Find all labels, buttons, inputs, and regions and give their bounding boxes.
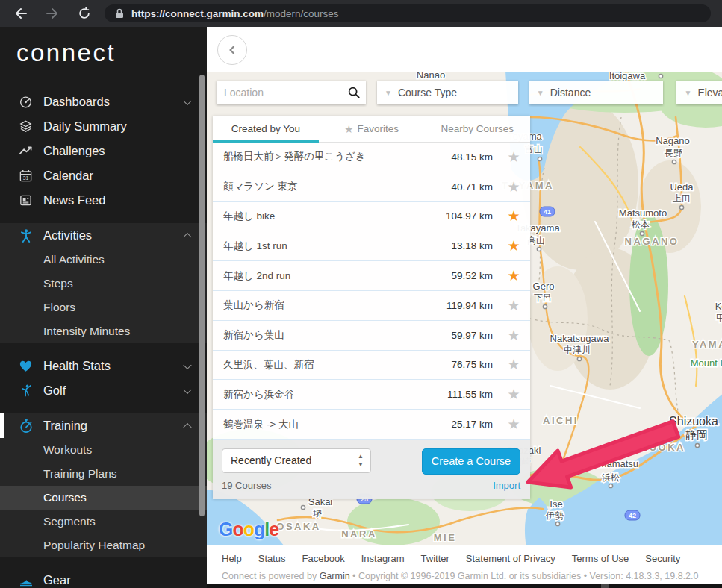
sidebar-item-segments[interactable]: Segments (0, 510, 207, 534)
footer-link-statement-of-privacy[interactable]: Statement of Privacy (466, 553, 555, 564)
chevron-up-icon (183, 422, 191, 431)
city-dot (659, 74, 662, 78)
favorite-star-icon[interactable]: ★ (505, 297, 523, 314)
route-badge-number: 42 (629, 512, 636, 519)
sidebar-item-news-feed[interactable]: News Feed (0, 188, 207, 213)
tab-created-by-you[interactable]: Created by You (213, 116, 319, 142)
google-logo-letter: o (232, 519, 243, 539)
elevation-dropdown[interactable]: ▼ Elevation (676, 81, 722, 104)
tab-label: Created by You (231, 123, 300, 134)
browser-reload-icon[interactable] (72, 4, 97, 22)
sort-select[interactable]: Recently Created ▲▼ (222, 448, 371, 473)
tab-nearby-courses[interactable]: Nearby Courses (424, 116, 530, 142)
map-label: 堺 (313, 508, 322, 519)
footer-link-instagram[interactable]: Instagram (361, 553, 405, 564)
footer-link-security[interactable]: Security (645, 553, 680, 564)
location-input[interactable] (217, 81, 366, 104)
map-label: Matsumoto (619, 207, 667, 219)
sidebar-item-gear[interactable]: Gear (0, 568, 207, 588)
sidebar-item-training[interactable]: Training (0, 413, 207, 438)
browser-forward-icon[interactable] (40, 4, 66, 22)
course-row[interactable]: 年越し 1st run13.18 km★ (213, 231, 530, 261)
course-name: 葉山から新宿 (223, 298, 446, 312)
sidebar-item-challenges[interactable]: Challenges (0, 139, 207, 163)
sidebar-section: Gear (0, 568, 207, 588)
chevron-down-icon (183, 360, 191, 369)
sidebar-item-intensity-minutes[interactable]: Intensity Minutes (0, 319, 207, 343)
favorite-star-icon[interactable]: ★ (505, 327, 523, 344)
sidebar-item-activities[interactable]: Activities (0, 223, 207, 248)
sidebar-item-health-stats[interactable]: Health Stats (0, 354, 207, 378)
sidebar-item-all-activities[interactable]: All Activities (0, 248, 207, 272)
sidebar-item-label: Floors (43, 301, 75, 314)
favorite-star-icon[interactable]: ★ (505, 416, 523, 433)
favorite-star-icon[interactable]: ★ (505, 386, 523, 403)
course-row[interactable]: 久里浜、葉山、新宿76.75 km★ (213, 351, 530, 381)
address-bar[interactable]: https://connect.garmin.com/modern/course… (105, 4, 711, 22)
favorite-star-icon[interactable]: ★ (505, 207, 523, 225)
page-back-button[interactable] (217, 35, 247, 65)
map-label: NAGANO (625, 236, 679, 247)
city-dot (301, 505, 305, 509)
course-row[interactable]: 新宿から浜金谷111.55 km★ (213, 380, 530, 410)
favorite-star-icon[interactable]: ★ (505, 148, 523, 166)
sidebar-item-popularity-heatmap[interactable]: Popularity Heatmap (0, 534, 207, 557)
distance-label: Distance (550, 87, 591, 98)
google-logo: Google (219, 519, 278, 540)
sidebar-item-floors[interactable]: Floors (0, 295, 207, 319)
course-row[interactable]: 新宿から葉山59.97 km★ (213, 321, 530, 351)
favorite-star-icon[interactable]: ★ (505, 267, 523, 284)
sidebar-item-steps[interactable]: Steps (0, 272, 207, 295)
tab-favorites[interactable]: ★Favorites (319, 116, 425, 142)
course-distance: 111.55 km (447, 389, 493, 400)
favorite-star-icon[interactable]: ★ (505, 178, 523, 196)
sidebar-scrollbar[interactable] (199, 75, 205, 516)
map-canvas[interactable]: NanaoItoigawaToyama富山TOYAMANagano長野Ueda上… (207, 72, 722, 545)
footer-link-help[interactable]: Help (222, 553, 242, 564)
active-section-indicator (0, 413, 4, 438)
course-name: 年越し 1st run (223, 240, 451, 253)
course-type-dropdown[interactable]: ▼ Course Type (377, 81, 518, 104)
create-course-button[interactable]: Create a Course (422, 448, 520, 475)
layers-icon (19, 119, 34, 134)
gauge-icon (19, 95, 34, 110)
course-row[interactable]: 葉山から新宿119.94 km★ (213, 291, 530, 321)
sidebar-item-workouts[interactable]: Workouts (0, 438, 207, 462)
browser-back-icon[interactable] (7, 4, 33, 22)
svg-text:31: 31 (23, 175, 29, 180)
lock-icon (115, 8, 124, 19)
map-label: Nanao (417, 72, 445, 81)
course-row[interactable]: 鶴巻温泉 -> 大山25.17 km★ (213, 410, 530, 440)
course-row[interactable]: 顔マラソン 東京40.71 km★ (213, 172, 530, 202)
garmin-brand: Garmin (320, 571, 350, 581)
chevron-down-icon: ▼ (684, 89, 691, 97)
browser-toolbar: https://connect.garmin.com/modern/course… (0, 0, 722, 27)
course-count: 19 Courses (222, 480, 271, 491)
search-icon[interactable] (347, 86, 361, 102)
course-row[interactable]: 船橋日大前＞発酵の里こうざき48.15 km★ (213, 143, 530, 172)
favorite-star-icon[interactable]: ★ (505, 237, 523, 254)
city-dot (695, 443, 699, 447)
google-logo-letter: o (243, 519, 254, 539)
course-name: 顔マラソン 東京 (223, 180, 451, 193)
footer-link-twitter[interactable]: Twitter (421, 553, 449, 564)
footer-link-status[interactable]: Status (258, 553, 286, 564)
distance-dropdown[interactable]: ▼ Distance (529, 81, 664, 104)
course-distance: 40.71 km (451, 181, 493, 193)
sidebar-item-golf[interactable]: Golf (0, 378, 207, 403)
star-icon: ★ (344, 123, 354, 135)
course-row[interactable]: 年越し bike104.97 km★ (213, 202, 530, 232)
course-row[interactable]: 年越し 2nd run59.52 km★ (213, 261, 530, 291)
url-host: https://connect.garmin.com (131, 8, 264, 19)
connect-logo[interactable]: connect (0, 27, 207, 79)
footer-link-facebook[interactable]: Facebook (302, 553, 345, 564)
sidebar-item-calendar[interactable]: 31Calendar (0, 163, 207, 188)
favorite-star-icon[interactable]: ★ (505, 356, 523, 373)
course-distance: 119.94 km (446, 300, 493, 311)
import-link[interactable]: Import (493, 480, 520, 491)
footer-link-terms-of-use[interactable]: Terms of Use (572, 553, 629, 564)
sidebar-item-daily-summary[interactable]: Daily Summary (0, 114, 207, 139)
sidebar-item-training-plans[interactable]: Training Plans (0, 462, 207, 486)
sidebar-item-dashboards[interactable]: Dashboards (0, 90, 207, 114)
sidebar-item-courses[interactable]: Courses (0, 486, 207, 510)
